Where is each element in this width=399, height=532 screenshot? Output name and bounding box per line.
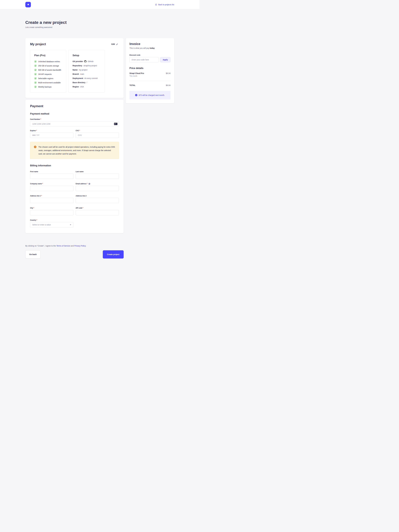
- zip-code-label: ZIP code*: [76, 207, 119, 209]
- address-line2-input[interactable]: [76, 198, 119, 203]
- terms-of-service-link[interactable]: Terms of Service: [56, 245, 70, 247]
- email-address-input[interactable]: [76, 186, 119, 191]
- check-icon: [34, 60, 37, 63]
- my-project-card: My project Edit Plan (Pro): [25, 38, 124, 98]
- setup-value: main: [80, 73, 84, 75]
- plan-feature: 500 GB of assets bandwidth: [34, 69, 62, 71]
- cvc-input[interactable]: [76, 133, 119, 138]
- warning-icon: [34, 146, 36, 148]
- line-item-name: Strapi Cloud Pro: [130, 72, 144, 74]
- page-title: Create a new project: [25, 20, 174, 25]
- my-project-title: My project: [30, 42, 46, 46]
- privacy-policy-link[interactable]: Privacy Policy: [74, 245, 86, 247]
- setup-label: Region: [72, 86, 79, 88]
- setup-value: my-project: [79, 69, 87, 71]
- first-name-input[interactable]: [30, 174, 73, 179]
- edit-button[interactable]: Edit: [111, 43, 119, 45]
- plan-feature-label: 500 GB of assets bandwidth: [38, 69, 61, 71]
- invoice-title: Invoice: [130, 42, 170, 46]
- card-number-input[interactable]: [30, 121, 119, 127]
- payment-method-title: Payment method: [30, 113, 119, 115]
- warning-text: The chosen card will be used for all pro…: [38, 145, 115, 156]
- country-select[interactable]: Select or enter a value: [30, 222, 73, 227]
- info-icon: [135, 94, 137, 96]
- plan-feature-label: 1M API requests: [38, 73, 52, 75]
- back-link-label: Back to projects list: [158, 4, 174, 6]
- setup-value: USA: [80, 86, 84, 88]
- email-info-icon[interactable]: [89, 183, 90, 185]
- strapi-logo[interactable]: [25, 2, 31, 7]
- note-text: $75 will be charged next month.: [139, 94, 165, 96]
- go-back-button[interactable]: Go back: [25, 250, 40, 259]
- total-label: TOTAL: [130, 84, 135, 86]
- plan-box: Plan (Pro) Unlimited database entries 25…: [30, 50, 66, 93]
- plan-feature: Unlimited database entries: [34, 60, 62, 63]
- required-marker: *: [41, 195, 42, 197]
- required-marker: *: [33, 207, 34, 209]
- chevron-down-icon: [70, 224, 71, 225]
- required-marker: *: [40, 118, 41, 120]
- billing-title: Billing information: [30, 164, 119, 167]
- check-icon: [34, 86, 37, 88]
- setup-label: Branch: [72, 73, 79, 75]
- credit-card-icon: [114, 123, 118, 125]
- setup-label: Repository: [72, 65, 82, 67]
- required-marker: *: [37, 219, 37, 221]
- company-name-label: Company name*: [30, 183, 73, 185]
- setup-value: strapi/my-project: [83, 65, 97, 67]
- create-project-button[interactable]: Create project: [103, 250, 124, 259]
- setup-value: /: [86, 82, 87, 83]
- city-input[interactable]: [30, 210, 73, 215]
- cvc-label: CVC*: [76, 130, 119, 132]
- plan-feature: Weekly backups: [34, 86, 62, 88]
- price-line-item: Strapi Cloud Pro $8.04: [130, 72, 170, 74]
- setup-row-deployment: Deployment At every commit: [72, 77, 101, 79]
- address-line1-input[interactable]: [30, 198, 73, 203]
- plan-feature-label: 250 GB of assets storage: [38, 65, 59, 67]
- company-name-input[interactable]: [30, 186, 73, 191]
- check-icon: [34, 77, 37, 80]
- invoice-card: Invoice This is what you will pay today …: [126, 38, 174, 103]
- back-to-projects-link[interactable]: Back to projects list: [155, 4, 174, 6]
- next-month-charge-note: $75 will be charged next month.: [130, 91, 170, 99]
- setup-row-branch: Branch main: [72, 73, 101, 75]
- required-marker: *: [42, 183, 43, 185]
- setup-value: At every commit: [84, 77, 98, 79]
- check-icon: [34, 73, 37, 75]
- plan-feature-label: Selectable regions: [38, 77, 53, 79]
- email-address-label: Email address*: [76, 183, 119, 185]
- strapi-logo-glyph: [27, 3, 29, 6]
- plan-feature-label: Multi-environment available: [38, 82, 61, 84]
- check-icon: [34, 81, 37, 84]
- country-label: Country*: [30, 219, 73, 221]
- setup-title: Setup: [72, 54, 101, 57]
- zip-code-input[interactable]: [76, 210, 119, 215]
- required-marker: *: [87, 183, 87, 185]
- expires-input[interactable]: [30, 133, 73, 138]
- plan-title: Plan (Pro): [34, 54, 62, 57]
- required-marker: *: [79, 130, 80, 132]
- country-select-placeholder: Select or enter a value: [32, 224, 51, 226]
- invoice-subtitle: This is what you will pay today: [130, 47, 170, 49]
- setup-row-base-directory: Base directory /: [72, 82, 101, 83]
- price-details-title: Price details: [130, 67, 170, 70]
- required-marker: *: [83, 207, 83, 209]
- setup-row-name: Name my-project: [72, 69, 101, 71]
- page-subtitle: Lets create something awesome!: [25, 26, 174, 28]
- plan-feature-label: Weekly backups: [38, 86, 52, 88]
- setup-row-repository: Repository strapi/my-project: [72, 65, 101, 67]
- line-item-amount: $8.04: [166, 72, 170, 74]
- pencil-icon: [116, 43, 118, 45]
- line-item-period: This month: [130, 75, 170, 77]
- apply-discount-button[interactable]: Apply: [160, 57, 170, 62]
- setup-box: Setup Git provider GitHub Repository: [68, 50, 105, 93]
- plan-feature: Selectable regions: [34, 77, 62, 80]
- discount-code-input[interactable]: [130, 57, 159, 62]
- required-marker: *: [36, 130, 37, 132]
- payment-card: Payment Payment method Card Number*: [25, 100, 124, 233]
- card-number-label: Card Number*: [30, 118, 119, 120]
- address-line2-label: Address line 2: [76, 195, 119, 197]
- setup-label: Base directory: [72, 82, 85, 83]
- setup-label: Git provider: [72, 60, 83, 63]
- last-name-input[interactable]: [76, 174, 119, 179]
